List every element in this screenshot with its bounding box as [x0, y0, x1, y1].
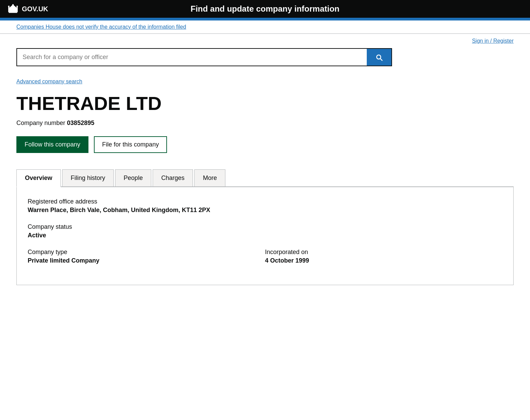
crown-icon	[7, 4, 19, 14]
company-status-label: Company status	[28, 223, 502, 230]
header-title: Find and update company information	[191, 4, 339, 14]
company-section: THETRADE LTD Company number 03852895 Fol…	[0, 93, 530, 153]
details-panel: Registered office address Warren Place, …	[16, 187, 514, 285]
company-name: THETRADE LTD	[16, 93, 514, 114]
accuracy-banner: Companies House does not verify the accu…	[0, 20, 530, 34]
company-type-col: Company type Private limited Company	[28, 249, 265, 274]
tabs: Overview Filing history People Charges M…	[16, 169, 514, 187]
company-status-row: Company status Active	[28, 223, 502, 239]
company-number-label: Company number	[16, 120, 65, 126]
gov-logo-text: GOV.UK	[22, 5, 48, 13]
top-nav: Sign in / Register	[0, 34, 530, 48]
svg-point-0	[12, 4, 14, 5]
company-number-value: 03852895	[67, 120, 94, 126]
tabs-container: Overview Filing history People Charges M…	[0, 169, 530, 187]
company-type-value: Private limited Company	[28, 257, 258, 264]
registered-office-label: Registered office address	[28, 198, 502, 205]
svg-point-1	[8, 6, 10, 7]
search-button[interactable]	[367, 49, 391, 66]
accuracy-banner-link[interactable]: Companies House does not verify the accu…	[16, 24, 186, 30]
company-number-line: Company number 03852895	[16, 120, 514, 127]
search-input[interactable]	[17, 49, 367, 66]
tab-people[interactable]: People	[115, 169, 151, 186]
advanced-search-container: Advanced company search	[0, 73, 530, 93]
search-box	[16, 48, 392, 66]
sign-in-link[interactable]: Sign in / Register	[472, 38, 514, 44]
file-company-button[interactable]: File for this company	[94, 136, 167, 153]
registered-office-value: Warren Place, Birch Vale, Cobham, United…	[28, 207, 502, 214]
svg-point-2	[16, 6, 18, 7]
search-icon	[375, 53, 383, 61]
gov-logo[interactable]: GOV.UK	[7, 4, 48, 14]
incorporated-value: 4 October 1999	[265, 257, 496, 264]
incorporated-label: Incorporated on	[265, 249, 496, 256]
search-container	[0, 48, 530, 73]
company-status-value: Active	[28, 232, 502, 239]
follow-company-button[interactable]: Follow this company	[16, 136, 88, 153]
blue-bar	[0, 18, 530, 20]
company-type-row: Company type Private limited Company	[28, 249, 258, 264]
tab-more[interactable]: More	[194, 169, 225, 186]
registered-office-row: Registered office address Warren Place, …	[28, 198, 502, 214]
tab-overview[interactable]: Overview	[16, 169, 61, 187]
company-type-incorporated-grid: Company type Private limited Company Inc…	[28, 249, 502, 274]
company-type-label: Company type	[28, 249, 258, 256]
tab-charges[interactable]: Charges	[153, 169, 193, 186]
incorporated-row: Incorporated on 4 October 1999	[265, 249, 496, 264]
tab-filing-history[interactable]: Filing history	[62, 169, 114, 186]
incorporated-col: Incorporated on 4 October 1999	[265, 249, 502, 274]
advanced-search-link[interactable]: Advanced company search	[16, 79, 82, 84]
action-buttons: Follow this company File for this compan…	[16, 136, 514, 153]
